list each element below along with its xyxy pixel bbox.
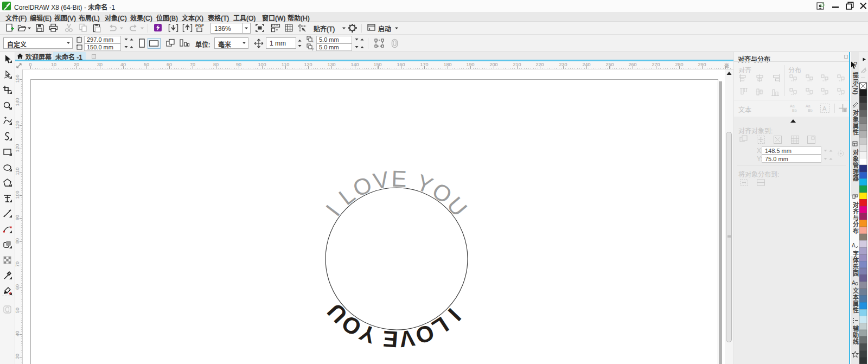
svg-text:A: A — [852, 280, 856, 286]
svg-text:A: A — [852, 242, 856, 248]
svg-text:Bb: Bb — [792, 108, 797, 112]
svg-text:y: y — [312, 47, 314, 50]
svg-text:Bb: Bb — [808, 108, 813, 112]
svg-text:x: x — [312, 40, 314, 43]
svg-text:Aa: Aa — [806, 104, 810, 108]
svg-text:Aa: Aa — [790, 104, 795, 108]
svg-text:A: A — [822, 105, 827, 112]
